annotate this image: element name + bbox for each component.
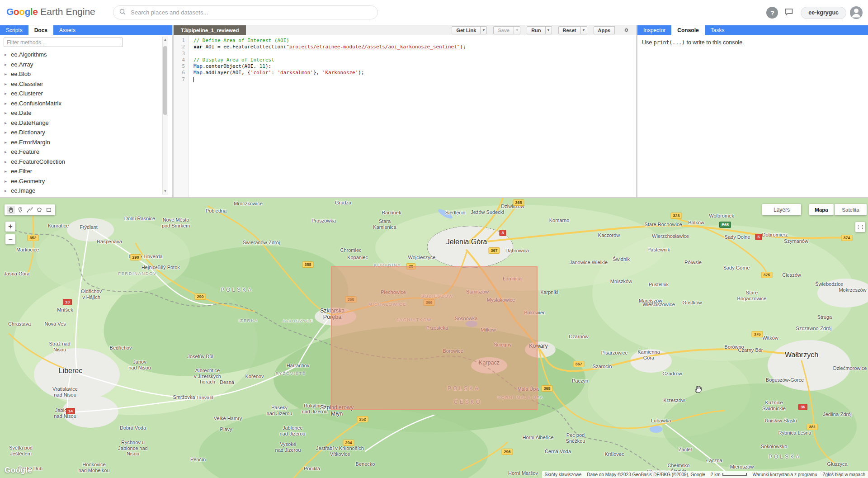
map-label: Kopaniec	[347, 255, 368, 260]
docs-item[interactable]: ▸ee.Feature	[0, 147, 161, 157]
map-type-map-button[interactable]: Mapa	[809, 204, 834, 215]
settings-button[interactable]	[623, 27, 630, 33]
get-link-dropdown-icon[interactable]: ▾	[480, 26, 487, 34]
expand-icon[interactable]: ▸	[5, 169, 11, 174]
docs-item[interactable]: ▸ee.Array	[0, 60, 161, 70]
search-input[interactable]	[131, 9, 372, 16]
expand-icon[interactable]: ▸	[5, 101, 11, 106]
docs-item[interactable]: ▸ee.Dictionary	[0, 128, 161, 137]
docs-item[interactable]: ▸ee.Clusterer	[0, 89, 161, 99]
map-label: Kaczorów	[598, 232, 620, 238]
get-link-button[interactable]: Get Link	[452, 26, 481, 34]
expand-icon[interactable]: ▸	[5, 179, 11, 184]
map-label: Hejnice	[142, 265, 158, 270]
panel-splitter-left[interactable]	[172, 25, 174, 197]
docs-item[interactable]: ▸ee.Date	[0, 108, 161, 118]
map-label: Frýdlant	[80, 224, 98, 230]
docs-scrollbar[interactable]: ▲ ▼	[162, 37, 168, 194]
docs-item[interactable]: ▸ee.ConfusionMatrix	[0, 99, 161, 109]
save-dropdown-icon[interactable]: ▾	[514, 26, 520, 34]
map-label: Struga	[817, 314, 832, 320]
point-button[interactable]	[16, 206, 24, 214]
keyboard-shortcuts-link[interactable]: Skróty klawiszowe	[542, 471, 585, 478]
map-canvas[interactable]: Dolní ŘasnicePobiednaMroczkowiceGrudzaBa…	[0, 198, 868, 478]
line-button[interactable]	[26, 206, 34, 214]
left-tabbar: Scripts Docs Assets	[0, 25, 172, 35]
report-error-link[interactable]: Zgłoś błąd w mapach	[820, 471, 868, 478]
map-label: Harrachov	[287, 363, 310, 369]
rectangle-button[interactable]	[45, 206, 53, 214]
terms-link[interactable]: Warunki korzystania z programu	[750, 471, 820, 478]
docs-item[interactable]: ▸ee.ErrorMargin	[0, 137, 161, 147]
layers-button[interactable]: Layers	[762, 204, 801, 215]
expand-icon[interactable]: ▸	[5, 149, 11, 154]
apps-button[interactable]: Apps	[594, 26, 615, 34]
reset-dropdown-icon[interactable]: ▾	[580, 26, 587, 34]
expand-icon[interactable]: ▸	[5, 140, 11, 145]
expand-icon[interactable]: ▸	[5, 130, 11, 135]
tab-console[interactable]: Console	[671, 25, 704, 35]
run-dropdown-icon[interactable]: ▾	[545, 26, 552, 34]
save-button[interactable]: Save	[493, 26, 514, 34]
map-label: Wierzchosławice	[652, 233, 689, 239]
tab-assets[interactable]: Assets	[53, 25, 81, 35]
docs-item[interactable]: ▸ee.Algorithms	[0, 50, 161, 60]
reset-button[interactable]: Reset	[558, 26, 581, 34]
scroll-up-icon[interactable]: ▲	[163, 37, 168, 43]
docs-item[interactable]: ▸ee.Geometry	[0, 176, 161, 186]
rectangle-icon	[46, 207, 52, 213]
tab-inspector[interactable]: Inspector	[637, 25, 671, 35]
docs-item[interactable]: ▸ee.Filter	[0, 166, 161, 176]
polygon-button[interactable]	[35, 206, 43, 214]
tab-scripts[interactable]: Scripts	[0, 25, 28, 35]
fullscreen-button[interactable]	[855, 222, 865, 232]
map-label: Nová Ves	[44, 321, 66, 327]
map-splitter[interactable]	[0, 197, 868, 198]
map-label: Liberec	[59, 367, 82, 375]
expand-icon[interactable]: ▸	[5, 159, 11, 164]
docs-item[interactable]: ▸ee.Blob	[0, 69, 161, 79]
scroll-down-icon[interactable]: ▼	[163, 189, 168, 194]
map-label: Benecko	[356, 461, 375, 467]
map-label: Vratislavice nad Nisou	[52, 386, 78, 398]
help-button[interactable]: ?	[766, 7, 778, 19]
expand-icon[interactable]: ▸	[5, 188, 11, 193]
expand-icon[interactable]: ▸	[5, 71, 11, 76]
run-button[interactable]: Run	[527, 26, 545, 34]
panel-splitter-right[interactable]	[636, 25, 637, 197]
tab-tasks[interactable]: Tasks	[705, 25, 731, 35]
docs-item[interactable]: ▸ee.DateRange	[0, 118, 161, 128]
expand-icon[interactable]: ▸	[5, 52, 11, 57]
expand-icon[interactable]: ▸	[5, 110, 11, 115]
code-editor[interactable]: 1// Define Area of Interest (AOI)2var AO…	[174, 35, 636, 197]
tab-docs[interactable]: Docs	[28, 25, 53, 35]
account-chip[interactable]: ee-kgryguc	[801, 7, 846, 19]
expand-icon[interactable]: ▸	[5, 120, 11, 125]
expand-icon[interactable]: ▸	[5, 91, 11, 96]
map-type-satellite-button[interactable]: Satelita	[835, 204, 867, 215]
scrollbar-thumb[interactable]	[163, 46, 167, 115]
google-earth-engine-logo[interactable]: GoogleEarth Engine	[6, 6, 95, 17]
search-box[interactable]	[113, 5, 378, 19]
console-hint-text: Use	[642, 39, 654, 46]
map-label: Wojcieszyce	[408, 255, 436, 260]
avatar[interactable]	[850, 6, 863, 19]
expand-icon[interactable]: ▸	[5, 62, 11, 67]
pan-hand-button[interactable]	[7, 206, 15, 214]
docs-item[interactable]: ▸ee.Image	[0, 186, 161, 196]
map-label: Kamienna Góra	[637, 349, 660, 360]
google-maps-logo[interactable]: Google	[5, 466, 33, 475]
map-label: IZERKA	[238, 318, 258, 323]
docs-item-label: ee.ConfusionMatrix	[11, 100, 61, 107]
filter-methods-input[interactable]	[4, 38, 123, 47]
map-label: Mokrzeszów	[839, 287, 866, 293]
zoom-in-button[interactable]: +	[5, 222, 15, 232]
docs-item[interactable]: ▸ee.Classifier	[0, 79, 161, 89]
feedback-button[interactable]	[784, 7, 793, 18]
script-title-tab[interactable]: T3/pipeline_1_reviewed	[174, 25, 246, 35]
map-label: Sady Dolne	[725, 234, 750, 240]
docs-item[interactable]: ▸ee.FeatureCollection	[0, 157, 161, 167]
zoom-out-button[interactable]: −	[5, 234, 15, 244]
docs-item-label: ee.Date	[11, 109, 32, 116]
expand-icon[interactable]: ▸	[5, 81, 11, 86]
